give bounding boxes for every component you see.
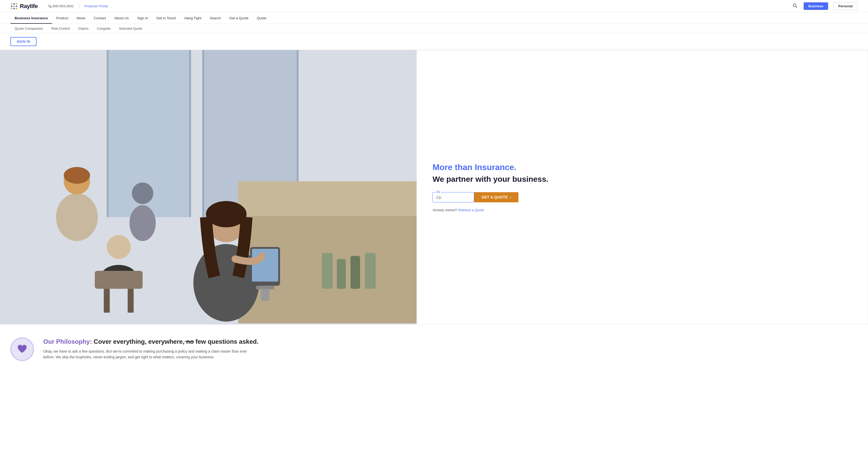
- svg-rect-22: [350, 256, 360, 289]
- zip-input[interactable]: [436, 194, 471, 201]
- svg-point-4: [13, 5, 15, 7]
- nav-item-hang-tight[interactable]: Hang Tight: [180, 12, 206, 24]
- nav-item-sign-in[interactable]: Sign In: [133, 12, 152, 24]
- get-quote-button[interactable]: GET A QUOTE ›: [474, 192, 519, 202]
- svg-rect-16: [202, 50, 204, 229]
- philosophy-section: Our Philosophy: Cover everything, everyw…: [0, 325, 868, 374]
- svg-rect-38: [261, 289, 269, 301]
- logo-icon: [10, 3, 18, 10]
- retrieve-quote-link[interactable]: Retrieve a Quote: [459, 208, 484, 212]
- svg-line-10: [796, 6, 797, 8]
- sub-nav-claims[interactable]: Claims: [74, 24, 93, 33]
- nav-item-get-in-touch[interactable]: Get in Touch: [152, 12, 180, 24]
- logo-text: Raylife: [20, 3, 38, 10]
- philosophy-title-colored: Our Philosophy:: [43, 338, 92, 345]
- zip-label: Zip: [435, 190, 441, 193]
- svg-point-6: [11, 8, 12, 9]
- nav-item-news[interactable]: News: [72, 12, 90, 24]
- svg-rect-36: [252, 249, 278, 281]
- nav-item-quote[interactable]: Quote: [253, 12, 271, 24]
- svg-point-1: [13, 3, 15, 5]
- svg-point-8: [16, 8, 17, 9]
- sign-in-row: SIGN IN: [0, 33, 868, 50]
- svg-point-32: [193, 244, 259, 321]
- sign-in-button[interactable]: SIGN IN: [10, 37, 36, 46]
- nav-item-get-a-quote[interactable]: Get a Quote: [225, 12, 253, 24]
- producer-portal-link[interactable]: Producer Portal: [85, 4, 108, 8]
- already-started-text: Already started?: [432, 208, 457, 212]
- sub-nav: Quote Comparison Risk Control Claims Con…: [0, 24, 868, 33]
- search-icon: [793, 3, 797, 8]
- business-toggle-button[interactable]: Business: [804, 2, 828, 10]
- svg-rect-18: [238, 181, 417, 217]
- philosophy-icon-circle: [10, 338, 34, 361]
- nav-item-business-insurance[interactable]: Business Insurance: [10, 12, 52, 24]
- heart-icon: [17, 343, 28, 355]
- svg-point-39: [132, 182, 154, 204]
- philosophy-text-area: Our Philosophy: Cover everything, everyw…: [43, 338, 258, 360]
- svg-rect-15: [189, 50, 191, 217]
- arrow-icon: ›: [510, 195, 511, 199]
- svg-rect-20: [322, 253, 333, 289]
- zip-wrapper: Zip: [432, 192, 474, 202]
- svg-point-0: [11, 3, 12, 5]
- nav-item-about-us[interactable]: About Us: [110, 12, 133, 24]
- main-nav: Business Insurance Product News Contact …: [0, 12, 868, 24]
- sub-nav-congrats[interactable]: Congrats: [93, 24, 115, 33]
- sub-nav-selected-quote[interactable]: Selected Quote: [115, 24, 147, 33]
- svg-rect-30: [104, 289, 110, 313]
- philosophy-title: Our Philosophy: Cover everything, everyw…: [43, 338, 258, 346]
- svg-rect-14: [107, 50, 109, 217]
- svg-point-5: [16, 5, 17, 7]
- logo-area: Raylife: [10, 3, 38, 10]
- sub-nav-quote-comparison[interactable]: Quote Comparison: [10, 24, 47, 33]
- nav-item-contact[interactable]: Contact: [90, 12, 110, 24]
- hero-content: More than Insurance. We partner with you…: [416, 50, 868, 325]
- svg-point-7: [13, 8, 15, 9]
- philosophy-title-strike: no: [185, 338, 194, 345]
- nav-item-product[interactable]: Product: [52, 12, 73, 24]
- top-bar: Raylife 800-554-2642 Producer Portal Bus…: [0, 0, 868, 12]
- svg-rect-31: [128, 289, 134, 313]
- philosophy-title-main: Cover everything, everywhere,: [92, 338, 185, 345]
- svg-rect-29: [95, 271, 143, 289]
- phone-link[interactable]: 800-554-2642: [48, 4, 74, 8]
- svg-point-3: [11, 5, 12, 7]
- hero-subtitle: We partner with your business.: [432, 174, 852, 184]
- hero-image: [0, 50, 416, 325]
- svg-point-40: [129, 205, 156, 241]
- already-started-row: Already started? Retrieve a Quote: [432, 208, 852, 212]
- phone-icon: [48, 4, 52, 8]
- svg-point-26: [64, 167, 90, 183]
- philosophy-title-end: few questions asked.: [194, 338, 258, 345]
- search-button[interactable]: [792, 2, 798, 10]
- quote-form: Zip GET A QUOTE ›: [432, 192, 852, 202]
- personal-toggle-button[interactable]: Personal: [833, 2, 858, 10]
- svg-rect-23: [365, 253, 376, 289]
- hero-tagline: More than Insurance.: [432, 162, 852, 172]
- sub-nav-risk-control[interactable]: Risk Control: [47, 24, 74, 33]
- nav-item-search[interactable]: Search: [206, 12, 225, 24]
- svg-rect-21: [337, 259, 346, 289]
- svg-point-2: [16, 3, 17, 5]
- svg-point-24: [56, 193, 98, 241]
- philosophy-description: Okay, we have to ask a few questions. Bu…: [43, 348, 252, 360]
- nav-divider: [79, 4, 79, 9]
- svg-point-28: [107, 235, 131, 259]
- hero-section: More than Insurance. We partner with you…: [0, 50, 868, 325]
